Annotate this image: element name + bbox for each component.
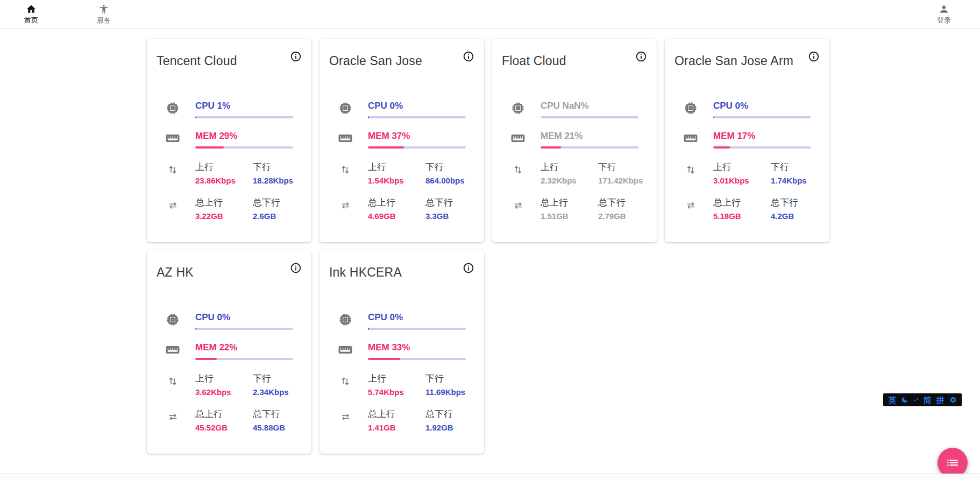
top-nav: 首页 服务 登录: [0, 0, 980, 29]
mem-ruler-icon: [157, 342, 195, 372]
down-label: 下行: [253, 161, 310, 173]
total-down-label: 总下行: [598, 196, 656, 209]
cpu-label: CPU 0%: [713, 101, 820, 111]
down-label: 下行: [425, 161, 483, 173]
ime-pinyin-toggle[interactable]: 拼: [936, 396, 945, 404]
mem-row: MEM 29%: [157, 131, 302, 161]
mem-progress-fill: [368, 146, 404, 149]
info-icon: [463, 51, 474, 62]
info-button[interactable]: [463, 262, 474, 274]
mem-progress-bar: [195, 146, 293, 149]
info-button[interactable]: [290, 262, 302, 274]
cpu-chip-icon: [157, 312, 195, 342]
mem-ruler-icon: [329, 131, 368, 161]
server-stats: CPU 0% MEM 17%: [674, 101, 820, 232]
info-button[interactable]: [290, 51, 302, 62]
server-card: Float Cloud CPU NaN%: [492, 39, 657, 242]
info-button[interactable]: [808, 51, 820, 62]
swap-horizontal-icon: [157, 196, 195, 232]
swap-vertical-icon: [157, 372, 195, 408]
nav-item-home[interactable]: 首页: [19, 4, 43, 25]
cpu-progress-fill: [368, 328, 369, 330]
info-button[interactable]: [635, 51, 647, 62]
speed-row: 上行 1.54Kbps 下行 864.00bps: [329, 161, 474, 196]
mem-ruler-icon: [674, 131, 713, 161]
total-down-value: 45.88GB: [253, 423, 310, 432]
total-down-value: 1.92GB: [425, 423, 483, 432]
swap-vertical-icon: [674, 161, 713, 196]
ime-language-toggle[interactable]: 英: [888, 396, 896, 404]
cpu-progress-bar: [195, 328, 293, 330]
server-name: Ink HKCERA: [329, 265, 402, 280]
total-up-value: 5.18GB: [713, 211, 771, 221]
up-value: 1.54Kbps: [368, 176, 425, 185]
swap-vertical-icon: [157, 161, 195, 196]
card-header: Ink HKCERA: [329, 261, 474, 280]
ime-punctuation-toggle[interactable]: ·’: [913, 396, 918, 404]
cpu-row: CPU 1%: [157, 101, 302, 131]
nav-item-login[interactable]: 登录: [932, 4, 956, 25]
person-icon: [939, 4, 949, 15]
down-value: 1.74Kbps: [771, 176, 828, 185]
total-down-label: 总下行: [253, 408, 310, 420]
total-row: 总上行 4.69GB 总下行 3.3GB: [329, 196, 474, 232]
moon-icon: [901, 396, 908, 404]
server-card-grid: Tencent Cloud CPU 1%: [147, 39, 829, 454]
total-up-value: 4.69GB: [368, 211, 425, 221]
info-icon: [635, 51, 647, 62]
total-up-value: 1.51GB: [541, 211, 598, 221]
ime-toolbar: 英 ·’ 简 拼: [883, 393, 962, 406]
total-row: 总上行 1.41GB 总下行 1.92GB: [329, 408, 474, 443]
total-row: 总上行 3.22GB 总下行 2.6GB: [157, 196, 302, 232]
server-name: Float Cloud: [502, 54, 566, 68]
mem-progress-bar: [368, 146, 466, 149]
total-up-label: 总上行: [713, 196, 771, 209]
server-card: Tencent Cloud CPU 1%: [147, 39, 311, 242]
server-stats: CPU 0% MEM 33%: [329, 312, 474, 443]
up-label: 上行: [195, 161, 253, 173]
total-up-value: 45.52GB: [195, 423, 253, 432]
cpu-row: CPU NaN%: [502, 101, 647, 131]
swap-vertical-icon: [502, 161, 541, 196]
mem-progress-fill: [541, 146, 561, 149]
mem-row: MEM 17%: [674, 131, 820, 161]
cpu-progress-fill: [195, 116, 196, 118]
speed-row: 上行 5.74Kbps 下行 11.69Kbps: [329, 372, 474, 408]
cpu-row: CPU 0%: [329, 312, 474, 342]
server-card: Oracle San Jose Arm CPU 0%: [665, 39, 829, 242]
mem-row: MEM 21%: [502, 131, 647, 161]
cpu-label: CPU NaN%: [541, 101, 647, 111]
mem-row: MEM 33%: [329, 342, 474, 372]
total-up-label: 总上行: [195, 196, 253, 209]
server-name: AZ HK: [157, 265, 194, 280]
nav-home-label: 首页: [24, 16, 38, 25]
info-icon: [290, 262, 302, 274]
ime-simplified-toggle[interactable]: 简: [924, 396, 932, 404]
total-row: 总上行 1.51GB 总下行 2.79GB: [502, 196, 647, 232]
cpu-label: CPU 1%: [195, 101, 302, 111]
ime-settings-button[interactable]: [949, 396, 957, 404]
server-name: Tencent Cloud: [157, 54, 237, 68]
accessibility-icon: [98, 4, 109, 15]
server-stats: CPU NaN% MEM 21%: [502, 101, 647, 232]
total-up-label: 总上行: [368, 196, 425, 209]
card-header: Float Cloud: [502, 50, 647, 68]
ime-dark-mode-toggle[interactable]: [901, 396, 908, 404]
nav-item-services[interactable]: 服务: [92, 4, 116, 25]
swap-horizontal-icon: [329, 196, 368, 232]
total-down-value: 4.2GB: [771, 211, 828, 221]
up-value: 23.86Kbps: [195, 176, 253, 185]
speed-row: 上行 2.32Kbps 下行 171.42Kbps: [502, 161, 647, 196]
footer-divider: [0, 474, 980, 480]
total-down-value: 3.3GB: [425, 211, 483, 221]
info-button[interactable]: [463, 51, 474, 62]
total-down-value: 2.79GB: [598, 211, 656, 221]
server-name: Oracle San Jose Arm: [674, 54, 793, 68]
cpu-progress-fill: [713, 116, 714, 118]
swap-vertical-icon: [329, 372, 368, 408]
mem-label: MEM 33%: [368, 342, 474, 353]
total-down-label: 总下行: [425, 196, 483, 209]
cpu-progress-fill: [368, 116, 369, 118]
mem-row: MEM 37%: [329, 131, 474, 161]
up-label: 上行: [541, 161, 598, 173]
